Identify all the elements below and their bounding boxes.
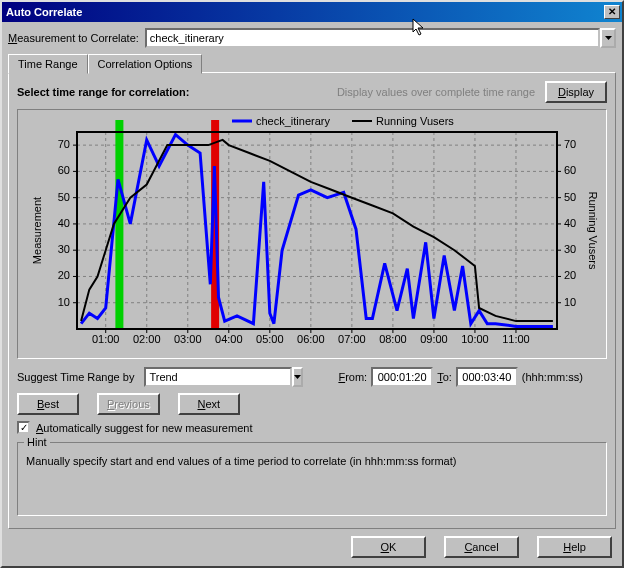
suggest-dropdown-button[interactable]: [292, 367, 303, 387]
pane-heading: Select time range for correlation:: [17, 86, 189, 98]
titlebar: Auto Correlate ✕: [2, 2, 622, 22]
svg-text:Running Vusers: Running Vusers: [376, 115, 454, 127]
svg-text:10: 10: [58, 296, 70, 308]
tab-time-range[interactable]: Time Range: [8, 54, 88, 74]
svg-text:Running Vusers: Running Vusers: [587, 192, 599, 270]
display-button[interactable]: Display: [545, 81, 607, 103]
svg-text:10:00: 10:00: [461, 333, 489, 345]
svg-text:01:00: 01:00: [92, 333, 120, 345]
svg-text:20: 20: [564, 269, 576, 281]
svg-text:11:00: 11:00: [502, 333, 530, 345]
to-input[interactable]: [456, 367, 518, 387]
chart[interactable]: 101020203030404050506060707001:0002:0003…: [22, 114, 602, 354]
next-button[interactable]: Next: [178, 393, 240, 415]
suggest-dropdown[interactable]: [144, 367, 292, 387]
svg-text:10: 10: [564, 296, 576, 308]
to-label: To:: [437, 371, 452, 383]
measurement-dropdown-button[interactable]: [600, 28, 616, 48]
svg-text:30: 30: [58, 243, 70, 255]
from-label: From:: [338, 371, 367, 383]
tab-correlation-options[interactable]: Correlation Options: [88, 54, 203, 74]
svg-text:02:00: 02:00: [133, 333, 161, 345]
chart-area: 101020203030404050506060707001:0002:0003…: [17, 109, 607, 359]
check-icon: ✓: [20, 423, 28, 432]
ok-button[interactable]: OK: [351, 536, 426, 558]
auto-suggest-checkbox[interactable]: ✓: [17, 421, 30, 434]
svg-text:04:00: 04:00: [215, 333, 243, 345]
cancel-button[interactable]: Cancel: [444, 536, 519, 558]
svg-text:03:00: 03:00: [174, 333, 202, 345]
svg-text:20: 20: [58, 269, 70, 281]
hint-group: Hint Manually specify start and end valu…: [17, 442, 607, 516]
measurement-label: Measurement to Correlate:: [8, 32, 139, 44]
close-button[interactable]: ✕: [604, 5, 620, 19]
auto-suggest-label: Automatically suggest for new measuremen…: [36, 422, 252, 434]
from-input[interactable]: [371, 367, 433, 387]
svg-text:30: 30: [564, 243, 576, 255]
svg-text:50: 50: [58, 191, 70, 203]
svg-text:07:00: 07:00: [338, 333, 366, 345]
svg-text:40: 40: [58, 217, 70, 229]
svg-text:06:00: 06:00: [297, 333, 325, 345]
svg-text:08:00: 08:00: [379, 333, 407, 345]
svg-text:60: 60: [564, 164, 576, 176]
svg-text:70: 70: [58, 138, 70, 150]
svg-rect-20: [77, 132, 557, 329]
hint-text: Manually specify start and end values of…: [26, 455, 456, 467]
hint-title: Hint: [24, 436, 50, 448]
svg-text:Measurement: Measurement: [31, 197, 43, 264]
suggest-label: Suggest Time Range by: [17, 371, 134, 383]
svg-text:check_itinerary: check_itinerary: [256, 115, 330, 127]
measurement-dropdown[interactable]: [145, 28, 600, 48]
display-hint: Display values over complete time range: [337, 86, 535, 98]
chevron-down-icon: [294, 375, 301, 379]
previous-button[interactable]: Previous: [97, 393, 160, 415]
svg-text:50: 50: [564, 191, 576, 203]
format-hint: (hhh:mm:ss): [522, 371, 583, 383]
svg-text:40: 40: [564, 217, 576, 229]
svg-rect-18: [115, 120, 123, 329]
best-button[interactable]: Best: [17, 393, 79, 415]
svg-text:09:00: 09:00: [420, 333, 448, 345]
help-button[interactable]: Help: [537, 536, 612, 558]
window-title: Auto Correlate: [6, 6, 604, 18]
svg-text:60: 60: [58, 164, 70, 176]
svg-text:70: 70: [564, 138, 576, 150]
chevron-down-icon: [605, 36, 612, 40]
svg-text:05:00: 05:00: [256, 333, 284, 345]
